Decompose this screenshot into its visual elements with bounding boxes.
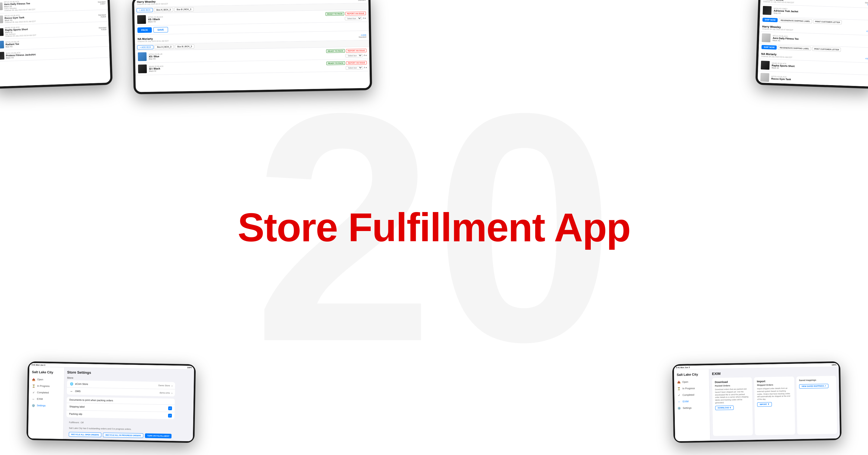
box-tab-a-2[interactable]: Box A | BOX_3 bbox=[155, 45, 174, 49]
settings-oms-row: ↔ OMS demo-oms › bbox=[67, 388, 175, 396]
product-image-shorts bbox=[761, 61, 770, 70]
add-box-btn-2[interactable]: + ADD BOX bbox=[137, 45, 154, 49]
sidebar-item-exim[interactable]: ↔ EXIM bbox=[29, 396, 64, 403]
order2-date: Ordered 28 July 2023 00:51 AM EDT bbox=[138, 40, 169, 42]
hero-section: Store Fulfillment App bbox=[238, 205, 630, 250]
status-bar-signals: 100% bbox=[187, 367, 192, 368]
sidebar-item-settings[interactable]: ⚙️ Settings bbox=[29, 402, 64, 409]
order-id: #1828 bbox=[98, 16, 106, 18]
sidebar-item-open[interactable]: 📤 Open bbox=[29, 376, 64, 383]
item-details-jacket: MJ19-XS-GREY Adrienne Trek Jacket Grey X… bbox=[773, 7, 868, 17]
exim-sidebar-city: Salt Lake City bbox=[674, 371, 709, 379]
product-image bbox=[0, 52, 4, 60]
settings-icon: ⚙️ bbox=[31, 403, 35, 407]
packing-slip-checkbox[interactable]: ✓ bbox=[168, 414, 172, 418]
change-timezone-button[interactable]: CHANGE bbox=[158, 441, 172, 441]
exim-label-in-progress: In Progress bbox=[682, 387, 695, 390]
exim-label-open: Open bbox=[682, 381, 688, 383]
order3-id: #1828 bbox=[865, 58, 868, 60]
sidebar-item-completed[interactable]: ✓ Completed bbox=[29, 389, 64, 396]
order2-badge: Standard bbox=[359, 36, 366, 38]
chevron-right-icon-2: › bbox=[172, 391, 173, 394]
turn-on-fulfillment-button[interactable]: TURN ON FULFILLMENT bbox=[145, 433, 172, 438]
settings-main: Store Settings Store 🌐 eCom Store Demo S… bbox=[63, 367, 178, 441]
download-icon: ⬇ bbox=[730, 406, 731, 408]
box-tab-b-2[interactable]: Box B | BOX_3 bbox=[175, 44, 194, 49]
exim-sidebar-exim[interactable]: ↔ EXIM bbox=[675, 398, 710, 405]
report-issue-button-2[interactable]: REPORT AN ISSUE bbox=[346, 49, 366, 52]
exim-sidebar-open[interactable]: 📤 Open bbox=[674, 378, 709, 385]
select-box-dropdown-2[interactable]: Select box bbox=[345, 53, 363, 57]
recycle-open-button[interactable]: RECYCLE ALL OPEN ORDERS bbox=[69, 432, 102, 437]
ship-now-button-2[interactable]: SHIP NOW bbox=[762, 45, 777, 50]
oms-icon: ↔ bbox=[70, 389, 73, 393]
product-image-tee bbox=[762, 33, 771, 42]
exim-sidebar-settings[interactable]: ⚙️ Settings bbox=[675, 404, 710, 411]
save-button[interactable]: SAVE bbox=[153, 27, 168, 33]
report-issue-button[interactable]: REPORT AN ISSUE bbox=[345, 11, 366, 15]
product-image bbox=[0, 16, 3, 23]
ipad-top-right-screen: Muskan Pathew Ordered 11 July 2023 05:42… bbox=[757, 0, 868, 87]
exim-sidebar-completed[interactable]: ✓ Completed bbox=[674, 391, 709, 398]
box-tab-b[interactable]: Box B | BOX_3 bbox=[174, 7, 194, 12]
box-tab-a[interactable]: Box A | BOX_3 bbox=[154, 8, 173, 12]
shipping-label-checkbox[interactable]: ✓ bbox=[168, 406, 172, 410]
ipad-top-left: MT1S-XS-BLACK Aero Daily Fitness Tee Bla… bbox=[0, 0, 113, 89]
view-saved-button[interactable]: VIEW SAVED MAPPINGS ↗ bbox=[799, 384, 829, 389]
saved-mappings-title: Saved mappings bbox=[799, 378, 833, 382]
print-letter-button-1[interactable]: PRINT CUSTOMER LETTER bbox=[813, 20, 842, 25]
item-actions-2: READY TO PACK REPORT AN ISSUE Select box… bbox=[326, 49, 367, 58]
shipped-orders-text: Import shipped order details from an ext… bbox=[757, 387, 792, 401]
product-image-2 bbox=[138, 52, 147, 61]
exim-open-icon: 📤 bbox=[677, 380, 681, 384]
item-details-3: MH49-32-BLACK 32 / Black Black 32 bbox=[149, 62, 324, 72]
pack-button[interactable]: PACK bbox=[137, 27, 152, 33]
exim-label-settings: Settings bbox=[683, 406, 691, 410]
regen-label-button-1[interactable]: REGENERATE SHIPPING LABEL bbox=[779, 18, 812, 23]
sidebar-item-in-progress[interactable]: ⏳ In Progress bbox=[29, 383, 64, 390]
item-details-2: MT5S-XS-BLUE XS / Blue Blue XS bbox=[149, 50, 324, 60]
settings-docs-group: Documents to print when packing orders S… bbox=[66, 397, 175, 419]
watermark-20: 20 bbox=[253, 41, 615, 415]
order-info: MT1S-XS-BLACK Aero Daily Fitness Tee Bla… bbox=[4, 0, 96, 11]
exim-settings-icon: ⚙️ bbox=[677, 406, 681, 410]
exim-screen: 9:41 Mon Jun 3 100% Salt Lake City 📤 Ope… bbox=[674, 363, 840, 442]
select-box-dropdown-3[interactable]: Select box bbox=[345, 66, 363, 69]
regen-label-button-2[interactable]: REGENERATE SHIPPING LABEL bbox=[778, 46, 811, 51]
settings-store-group: 🌐 eCom Store Demo Store › ↔ OMS demo-oms… bbox=[67, 380, 175, 396]
report-issue-button-3[interactable]: REPORT AN ISSUE bbox=[346, 61, 367, 64]
item-details: MT5S-XS-BLACK XS / Black Black XS bbox=[148, 13, 323, 23]
ready-to-pack-button-3[interactable]: READY TO PACK bbox=[326, 61, 345, 65]
ecom-icon: 🌐 bbox=[70, 382, 73, 386]
print-letter-button-2[interactable]: PRINT CUSTOMER LETTER bbox=[812, 47, 841, 52]
item-actions: READY TO PACK REPORT AN ISSUE Select box… bbox=[326, 11, 366, 21]
hero-title: Store Fulfillment App bbox=[238, 205, 630, 250]
ready-to-pack-button[interactable]: READY TO PACK bbox=[326, 12, 344, 16]
product-image-tank bbox=[761, 73, 769, 82]
settings-section-title: Store Settings bbox=[67, 370, 176, 376]
add-box-btn[interactable]: + ADD BOX bbox=[136, 8, 153, 12]
order-date: Ordered 28 July 2023 00:47 AM EDT bbox=[137, 3, 168, 5]
ipad-bottom-right: 9:41 Mon Jun 3 100% Salt Lake City 📤 Ope… bbox=[672, 361, 842, 443]
exim-label-completed: Completed bbox=[682, 393, 694, 396]
select-box-dropdown[interactable]: Select box bbox=[345, 16, 362, 20]
download-button[interactable]: DOWNLOAD ⬇ bbox=[715, 405, 734, 410]
ship-now-button-1[interactable]: SHIP NOW bbox=[762, 18, 778, 22]
timezone-value: America/New_York bbox=[73, 440, 91, 441]
product-image bbox=[0, 28, 3, 36]
packing-slip-row: Packing slip ✓ bbox=[66, 410, 175, 419]
sidebar-label-settings: Settings bbox=[37, 404, 46, 407]
order2-id: #1827 bbox=[866, 30, 868, 32]
recycle-progress-button[interactable]: RECYCLE ALL IN PROGRESS ORDERS bbox=[103, 432, 143, 438]
ipad-bottom-left-screen: 9:41 Mon Jun 3 100% Salt Lake City 📤 Ope… bbox=[28, 363, 194, 442]
settings-screen: 9:41 Mon Jun 3 100% Salt Lake City 📤 Ope… bbox=[28, 363, 194, 442]
exim-sidebar-in-progress[interactable]: ⏳ In Progress bbox=[674, 385, 709, 392]
order-id: #1829 bbox=[99, 28, 106, 31]
import-button[interactable]: IMPORT ⬆ bbox=[757, 402, 772, 407]
select-box-row-3: Select box A ▾ bbox=[345, 66, 367, 69]
packed-orders-text: Download orders that are packed and have… bbox=[715, 388, 750, 404]
order-list-screen-tl: MT1S-XS-BLACK Aero Daily Fitness Tee Bla… bbox=[0, 0, 111, 87]
ready-to-pack-button-2[interactable]: READY TO PACK bbox=[326, 49, 345, 53]
ipad-top-center: Harry Weasley Ordered 28 July 2023 00:47… bbox=[132, 0, 372, 94]
ipad-top-center-screen: Harry Weasley Ordered 28 July 2023 00:47… bbox=[134, 0, 370, 92]
